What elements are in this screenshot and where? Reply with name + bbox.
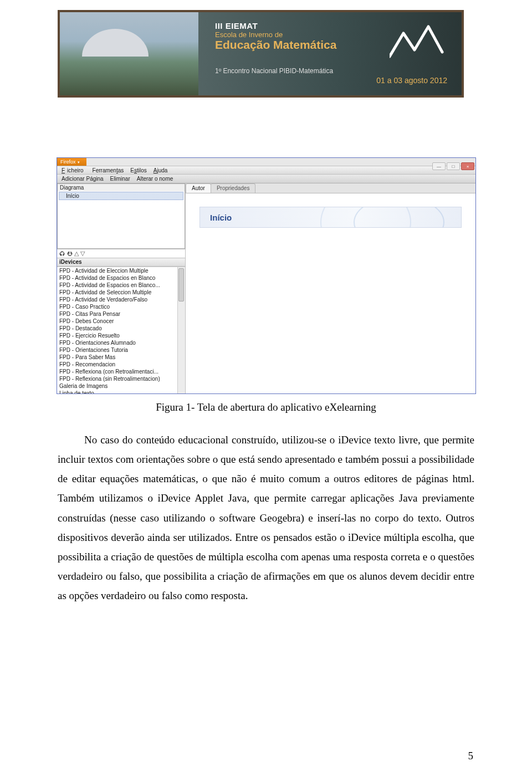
page-number: 5 — [468, 750, 474, 762]
editor-tabs: Autor Propriedades — [186, 183, 475, 193]
idevice-item[interactable]: FPD - Ejercicio Resuelto — [57, 332, 185, 339]
idevice-item[interactable]: FPD - Destacado — [57, 325, 185, 332]
firefox-menu-button[interactable]: Firefox — [57, 158, 86, 166]
event-banner: III EIEMAT Escola de Inverno de Educação… — [58, 10, 464, 98]
page-title-text: Início — [210, 213, 232, 222]
move-up-icon[interactable]: △ — [74, 250, 79, 257]
body-paragraph: No caso do conteúdo educacional construí… — [58, 430, 474, 605]
idevice-item[interactable]: FPD - Actividad de Seleccion Multiple — [57, 289, 185, 296]
idevice-item[interactable]: FPD - Citas Para Pensar — [57, 310, 185, 318]
menu-ferramentas[interactable]: Ferramentas — [90, 167, 126, 173]
rename-page-button[interactable]: Alterar o nome — [134, 176, 176, 182]
outline-item-inicio[interactable]: Início — [59, 192, 183, 200]
idevice-item[interactable]: FPD - Orientaciones Alumnado — [57, 339, 185, 346]
idevice-item[interactable]: Linha de texto — [57, 390, 185, 393]
editor-area: Autor Propriedades Início — [186, 183, 475, 393]
menu-bar: Ficheiro Ferramentas Estilos Ajuda — [57, 166, 475, 175]
idevice-item[interactable]: FPD - Recomendacion — [57, 361, 185, 368]
outline-nav-icons: ⮉ ⮋ △ ▽ — [57, 249, 185, 258]
move-down-icon[interactable]: ▽ — [80, 250, 85, 257]
figure-caption: Figura 1- Tela de abertura do aplicativo… — [0, 401, 532, 413]
delete-page-button[interactable]: Eliminar — [108, 176, 133, 182]
left-sidebar: Diagrama Início ⮉ ⮋ △ ▽ iDevices FPD - A… — [57, 183, 186, 393]
tab-autor[interactable]: Autor — [186, 183, 211, 193]
banner-subtitle: 1º Encontro Nacional PIBID-Matemática — [215, 67, 452, 75]
idevice-item[interactable]: FPD - Reflexiona (sin Retroalimentacion) — [57, 375, 185, 382]
tab-propriedades[interactable]: Propriedades — [211, 183, 255, 193]
banner-photo — [60, 12, 198, 95]
maximize-button[interactable]: □ — [447, 162, 460, 170]
promote-icon[interactable]: ⮉ — [59, 251, 65, 257]
scrollbar-thumb[interactable] — [178, 268, 184, 301]
outline-header: Diagrama — [58, 184, 185, 191]
banner-text-block: III EIEMAT Escola de Inverno de Educação… — [198, 12, 462, 95]
body-text: No caso do conteúdo educacional construí… — [58, 430, 474, 605]
idevices-list: FPD - Actividad de Eleccion Multiple FPD… — [57, 267, 185, 393]
mountain-icon — [390, 23, 451, 62]
outline-panel: Diagrama Início — [57, 183, 185, 249]
idevice-item[interactable]: FPD - Caso Practico — [57, 303, 185, 310]
minimize-button[interactable]: — — [432, 162, 446, 170]
page-preview: Início — [186, 193, 475, 393]
idevice-item[interactable]: FPD - Actividad de Eleccion Multiple — [57, 267, 185, 274]
banner-date: 01 a 03 agosto 2012 — [215, 76, 452, 85]
idevices-header: iDevices — [57, 258, 185, 267]
idevice-item[interactable]: FPD - Actividad de Espacios en Blanco... — [57, 282, 185, 289]
page-title-bar: Início — [200, 207, 462, 228]
idevice-item[interactable]: FPD - Orientaciones Tutoria — [57, 346, 185, 354]
demote-icon[interactable]: ⮋ — [66, 251, 73, 257]
idevice-item[interactable]: Galeria de Imagens — [57, 382, 185, 390]
idevice-item[interactable]: FPD - Actividad de Espacios en Blanco — [57, 274, 185, 282]
menu-estilos[interactable]: Estilos — [128, 167, 149, 173]
firefox-tab-strip: Firefox — □ × — [57, 158, 475, 166]
idevice-item[interactable]: FPD - Para Saber Mas — [57, 354, 185, 361]
idevice-item[interactable]: FPD - Reflexiona (con Retroalimentaci... — [57, 368, 185, 375]
add-page-button[interactable]: Adicionar Página — [59, 176, 106, 182]
window-controls: — □ × — [432, 162, 474, 170]
menu-ajuda[interactable]: Ajuda — [151, 167, 170, 173]
menu-ficheiro[interactable]: Ficheiro — [59, 167, 88, 173]
content-row: Diagrama Início ⮉ ⮋ △ ▽ iDevices FPD - A… — [57, 183, 475, 393]
idevice-item[interactable]: FPD - Actividad de Verdadero/Falso — [57, 296, 185, 303]
idevice-item[interactable]: FPD - Debes Conocer — [57, 318, 185, 325]
close-button[interactable]: × — [461, 162, 474, 170]
page-toolbar: Adicionar Página Eliminar Alterar o nome — [57, 175, 475, 183]
idevices-scrollbar[interactable] — [177, 267, 185, 393]
exe-screenshot: Firefox — □ × Ficheiro Ferramentas Estil… — [57, 157, 476, 394]
